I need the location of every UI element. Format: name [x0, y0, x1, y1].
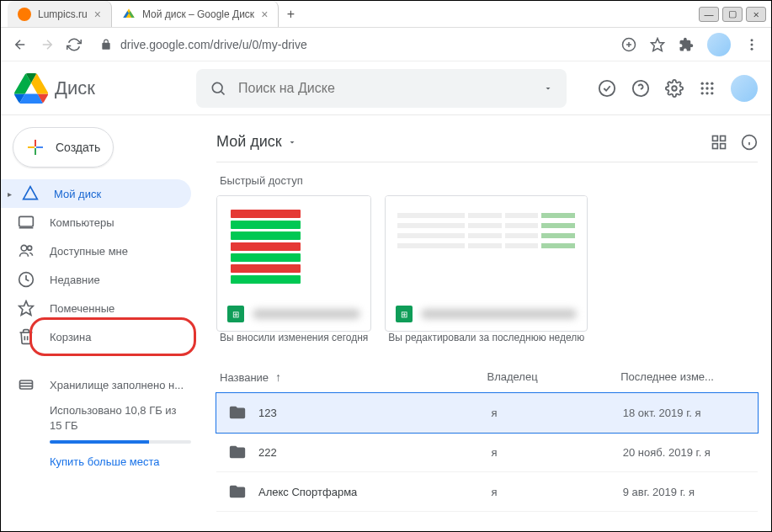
- sidebar-item-trash[interactable]: Корзина: [1, 322, 191, 351]
- drive-logo-icon: [14, 72, 48, 105]
- file-list: 123я18 окт. 2019 г. я222я20 нояб. 2019 г…: [216, 393, 758, 512]
- breadcrumb[interactable]: Мой диск: [216, 133, 297, 151]
- file-row[interactable]: Алекс Спортфармая9 авг. 2019 г. я: [216, 472, 758, 512]
- sidebar-item-mydrive[interactable]: ▸Мой диск: [1, 179, 191, 208]
- settings-icon[interactable]: [665, 79, 684, 98]
- browser-profile-avatar[interactable]: [707, 33, 731, 56]
- nav-label: Доступные мне: [50, 245, 128, 258]
- column-modified[interactable]: Последнее изме...: [620, 370, 754, 384]
- blurred-title: [421, 309, 577, 319]
- nav-label: Корзина: [50, 331, 92, 343]
- svg-marker-6: [652, 38, 664, 51]
- grid-view-icon[interactable]: [711, 134, 727, 151]
- ready-offline-icon[interactable]: [598, 79, 616, 98]
- browser-toolbar: drive.google.com/drive/u/0/my-drive: [1, 28, 771, 61]
- storage-title: Хранилище заполнено н...: [50, 379, 184, 391]
- search-options-icon[interactable]: [543, 83, 553, 93]
- starred-icon: [18, 300, 35, 317]
- new-tab-button[interactable]: +: [279, 1, 302, 27]
- sheets-icon: ⊞: [227, 306, 244, 322]
- sidebar-item-shared[interactable]: Доступные мне: [1, 237, 191, 265]
- column-owner[interactable]: Владелец: [487, 370, 621, 384]
- expand-arrow-icon: ▸: [8, 189, 12, 199]
- browser-tab[interactable]: Lumpics.ru ×: [8, 1, 112, 27]
- buy-storage-link[interactable]: Купить больше места: [18, 455, 191, 468]
- svg-point-20: [705, 87, 708, 89]
- drive-favicon-icon: [122, 8, 136, 21]
- quick-access-row: ⊞Вы вносили изменения сегодня⊞Вы редакти…: [216, 195, 758, 350]
- sidebar-item-storage[interactable]: Хранилище заполнено н...: [18, 376, 191, 393]
- file-row[interactable]: 222я20 нояб. 2019 г. я: [216, 433, 758, 472]
- help-icon[interactable]: [631, 79, 650, 98]
- folder-icon: [228, 482, 247, 501]
- breadcrumb-label: Мой диск: [216, 133, 282, 151]
- tab-title: Lumpics.ru: [38, 8, 88, 20]
- content-area: Мой диск Быстрый доступ ⊞Вы вносили изме…: [203, 115, 771, 531]
- computers-icon: [18, 214, 35, 231]
- minimize-button[interactable]: —: [699, 7, 719, 22]
- svg-rect-25: [19, 216, 34, 226]
- mydrive-icon: [22, 185, 39, 202]
- storage-section: Хранилище заполнено н... Использовано 10…: [1, 376, 203, 468]
- chevron-down-icon: [287, 137, 297, 147]
- back-button[interactable]: [13, 37, 28, 52]
- quick-access-title: Быстрый доступ: [220, 174, 758, 187]
- shared-icon: [18, 242, 35, 259]
- maximize-button[interactable]: ▢: [722, 7, 743, 22]
- svg-point-23: [705, 92, 708, 94]
- sidebar-item-computers[interactable]: Компьютеры: [1, 208, 191, 237]
- url-bar[interactable]: drive.google.com/drive/u/0/my-drive: [93, 38, 610, 51]
- close-window-button[interactable]: ⨉: [746, 7, 766, 22]
- search-bar[interactable]: [196, 69, 567, 108]
- reload-button[interactable]: [67, 37, 82, 52]
- nav-list: ▸Мой дискКомпьютерыДоступные мнеНедавние…: [1, 179, 203, 351]
- browser-tabs: Lumpics.ru × Мой диск – Google Диск × +: [1, 1, 694, 27]
- create-label: Создать: [56, 141, 100, 154]
- nav-label: Помеченные: [50, 302, 114, 315]
- cloud-icon: [18, 376, 35, 393]
- account-avatar[interactable]: [731, 75, 758, 102]
- svg-point-7: [751, 39, 753, 41]
- svg-rect-34: [713, 136, 718, 141]
- column-name[interactable]: Название ↑: [220, 370, 487, 384]
- svg-point-8: [751, 43, 753, 45]
- sidebar-item-starred[interactable]: Помеченные: [1, 294, 191, 322]
- close-tab-icon[interactable]: ×: [94, 8, 101, 21]
- svg-point-22: [701, 92, 704, 94]
- forward-button[interactable]: [40, 37, 55, 52]
- header-actions: [598, 75, 758, 102]
- star-icon[interactable]: [650, 37, 665, 52]
- sort-arrow-icon: ↑: [275, 370, 281, 384]
- blurred-title: [253, 309, 360, 319]
- card-thumbnail: [386, 196, 587, 297]
- file-modified: 18 окт. 2019 г. я: [623, 407, 754, 419]
- logo-area[interactable]: Диск: [14, 72, 183, 105]
- close-tab-icon[interactable]: ×: [261, 8, 268, 21]
- quick-access-card[interactable]: ⊞Вы редактировали за последнюю неделю: [385, 195, 588, 350]
- card-thumbnail: [217, 196, 370, 297]
- quick-access-card[interactable]: ⊞Вы вносили изменения сегодня: [216, 195, 371, 350]
- menu-icon[interactable]: [744, 37, 759, 52]
- window-controls: — ▢ ⨉: [694, 1, 771, 27]
- sidebar-item-recent[interactable]: Недавние: [1, 265, 191, 294]
- svg-point-17: [705, 82, 708, 84]
- extension-icon[interactable]: [679, 37, 694, 52]
- info-icon[interactable]: [741, 134, 758, 151]
- recent-icon: [18, 271, 35, 288]
- browser-tab-active[interactable]: Мой диск – Google Диск ×: [112, 1, 279, 27]
- apps-grid-icon[interactable]: [699, 80, 716, 97]
- install-icon[interactable]: [621, 37, 636, 52]
- titlebar: Lumpics.ru × Мой диск – Google Диск × + …: [1, 1, 771, 28]
- file-row[interactable]: 123я18 окт. 2019 г. я: [216, 393, 758, 433]
- url-text: drive.google.com/drive/u/0/my-drive: [120, 38, 307, 51]
- sheets-icon: ⊞: [396, 306, 413, 322]
- svg-point-18: [711, 82, 713, 84]
- svg-point-27: [21, 245, 27, 251]
- tab-title: Мой диск – Google Диск: [142, 8, 254, 20]
- file-owner: я: [492, 486, 623, 498]
- nav-label: Недавние: [50, 274, 100, 286]
- search-input[interactable]: [238, 81, 531, 96]
- create-button[interactable]: Создать: [13, 127, 114, 168]
- app-header: Диск: [1, 61, 771, 115]
- svg-point-16: [701, 82, 704, 84]
